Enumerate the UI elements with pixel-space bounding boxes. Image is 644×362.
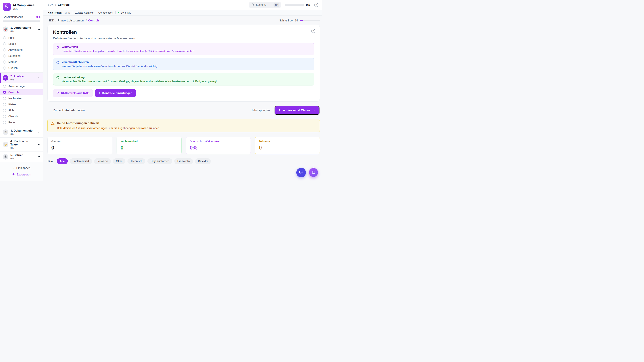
last-saved-time: Gerade eben <box>98 11 113 14</box>
sidebar-item-quellen[interactable]: Quellen <box>0 65 43 71</box>
section-header-rechtliche-texte[interactable]: 4. Rechtliche Texte 0% <box>0 138 43 151</box>
collapse-sidebar-button[interactable]: « Einklappen <box>0 165 43 171</box>
overall-progress-label: Gesamtfortschritt <box>3 15 23 18</box>
warning-triangle-icon <box>51 121 55 130</box>
section-percent: 0% <box>10 133 36 135</box>
step-radio <box>3 36 6 39</box>
last-visited: Zuletzt: Controls <box>75 11 94 14</box>
sidebar-item-screening[interactable]: Screening <box>0 53 43 59</box>
filter-chip-technisch[interactable]: Technisch <box>128 158 146 164</box>
sidebar-item-anforderungen[interactable]: Anforderungen <box>0 83 43 89</box>
export-button[interactable]: Exportieren <box>0 171 43 178</box>
topbar: SDK › Controls Suchen... ⌘K 0% ? <box>43 0 322 10</box>
step-radio <box>3 121 6 124</box>
sidebar-item-risiken[interactable]: Risiken <box>0 101 43 107</box>
section-percent: 0% <box>10 78 36 81</box>
search-input[interactable]: Suchen... ⌘K <box>249 2 281 8</box>
board-view-fab-button[interactable] <box>308 168 318 177</box>
filter-chip-organisatorisch[interactable]: Organisatorisch <box>148 158 172 164</box>
sidebar-item-module[interactable]: Module <box>0 59 43 65</box>
divider <box>96 11 96 14</box>
chevron-up-icon[interactable] <box>38 76 40 79</box>
filter-chip-alle[interactable]: Alle <box>57 158 68 164</box>
sidebar-item-ai-act[interactable]: AI Act <box>0 107 43 113</box>
nav-section-betrieb: 5. Betrieb 0% <box>0 151 43 162</box>
breadcrumb-root[interactable]: SDK <box>48 3 54 6</box>
info-box-verantwortlichkeiten: Verantwortlichkeiten Weisen Sie jeder Ko… <box>53 58 314 70</box>
ai-controls-button[interactable]: KI-Controls aus RAG <box>53 89 93 97</box>
filter-bar: Filter: Alle Implementiert Teilweise Off… <box>48 158 320 164</box>
filter-chip-offen[interactable]: Offen <box>113 158 126 164</box>
controls-card: ? Kontrollen Definieren Sie technische u… <box>48 25 320 102</box>
section-percent: 0% <box>10 30 36 32</box>
step-progress: Schritt 2 von 14 <box>279 19 320 22</box>
filter-chip-teilweise[interactable]: Teilweise <box>94 158 111 164</box>
warning-banner: Keine Anforderungen definiert Bitte defi… <box>48 119 320 132</box>
add-control-button[interactable]: + Kontrolle hinzufuegen <box>95 89 136 97</box>
plus-icon: + <box>98 92 100 94</box>
breadcrumb-sdk[interactable]: SDK <box>48 19 54 22</box>
step-radio <box>3 85 6 88</box>
help-icon[interactable]: ? <box>314 3 318 7</box>
breadcrumb-controls: Controls <box>88 19 100 22</box>
stat-card-gesamt: Gesamt 0 <box>48 137 112 154</box>
breadcrumb-current: Controls <box>58 3 70 6</box>
filter-chip-praeventiv[interactable]: Praeventiv <box>174 158 193 164</box>
page-title: Kontrollen <box>53 29 314 35</box>
chevron-down-icon[interactable] <box>38 155 40 158</box>
page-content: SDK / Phase 1: Assessment / Controls Sch… <box>43 15 322 181</box>
app-title: AI Compliance <box>13 3 34 7</box>
chevron-right-icon: › <box>55 3 56 7</box>
section-header-dokumentation[interactable]: 3. Dokumentation 0% <box>0 127 43 137</box>
warning-text: Bitte definieren Sie zuerst Anforderunge… <box>57 126 160 130</box>
nav-section-vorbereitung: 1. Vorbereitung 0% Profil Scope Anwendun… <box>0 24 43 72</box>
lightbulb-icon <box>56 91 59 95</box>
back-button[interactable]: ← Zurueck: Anforderungen <box>48 108 85 112</box>
card-help-icon[interactable]: ? <box>311 29 315 33</box>
section-header-vorbereitung[interactable]: 1. Vorbereitung 0% <box>0 24 43 34</box>
filter-label: Filter: <box>48 160 54 163</box>
kanban-columns-icon <box>311 170 316 175</box>
filter-chip-detektiv[interactable]: Detektiv <box>195 158 211 164</box>
sidebar-item-anwendung[interactable]: Anwendung <box>0 47 43 53</box>
sidebar-item-nachweise[interactable]: Nachweise <box>0 95 43 101</box>
sidebar-item-scope[interactable]: Scope <box>0 41 43 47</box>
skip-button[interactable]: Ueberspringen <box>250 109 270 112</box>
overall-progress: Gesamtfortschritt 0% <box>0 13 43 24</box>
section-header-analyse[interactable]: 2. Analyse 0% <box>0 72 43 83</box>
section-header-betrieb[interactable]: 5. Betrieb 0% <box>0 151 43 162</box>
info-title: Verantwortlichkeiten <box>62 60 158 64</box>
breadcrumb-phase[interactable]: Phase 1: Assessment <box>58 19 84 22</box>
step-radio <box>3 60 6 63</box>
chevron-down-icon[interactable] <box>38 131 40 134</box>
step-radio <box>3 48 6 51</box>
nav-section-dokumentation: 3. Dokumentation 0% <box>0 127 43 138</box>
sidebar-item-controls[interactable]: Controls <box>0 89 43 95</box>
nav-section-analyse: 2. Analyse 0% Anforderungen Controls Nac… <box>0 72 43 127</box>
step-progress-bar <box>300 20 320 21</box>
sidebar-item-checklist[interactable]: Checklist <box>0 113 43 119</box>
sidebar: AI Compliance SDK Gesamtfortschritt 0% 1… <box>0 0 43 181</box>
wizard-navigation: ← Zurueck: Anforderungen Ueberspringen A… <box>48 106 320 115</box>
lightbulb-icon <box>56 46 60 50</box>
step-radio <box>3 42 6 45</box>
sidebar-item-report[interactable]: Report <box>0 119 43 125</box>
stat-card-teilweise: Teilweise 0 <box>255 137 320 154</box>
sidebar-item-profil[interactable]: Profil <box>0 35 43 41</box>
info-title: Evidence-Linking <box>62 76 218 79</box>
warning-title: Keine Anforderungen definiert <box>57 121 160 125</box>
complete-next-button[interactable]: Abschliessen & Weiter → <box>274 106 320 115</box>
page-breadcrumb: SDK / Phase 1: Assessment / Controls <box>48 19 100 22</box>
arrow-right-icon: → <box>312 108 316 112</box>
filter-chip-implementiert[interactable]: Implementiert <box>70 158 92 164</box>
chevron-down-icon[interactable] <box>38 143 40 146</box>
keyboard-shortcut-badge: ⌘K <box>274 3 279 7</box>
chat-bubble-icon <box>299 170 304 175</box>
project-version: V001 <box>65 11 70 14</box>
upload-icon <box>12 173 15 176</box>
chevron-up-icon[interactable] <box>38 28 40 31</box>
project-name: Kein Projekt <box>48 11 62 14</box>
chat-fab-button[interactable] <box>296 168 306 177</box>
double-chevron-left-icon: « <box>13 167 15 169</box>
check-circle-icon <box>56 76 60 80</box>
